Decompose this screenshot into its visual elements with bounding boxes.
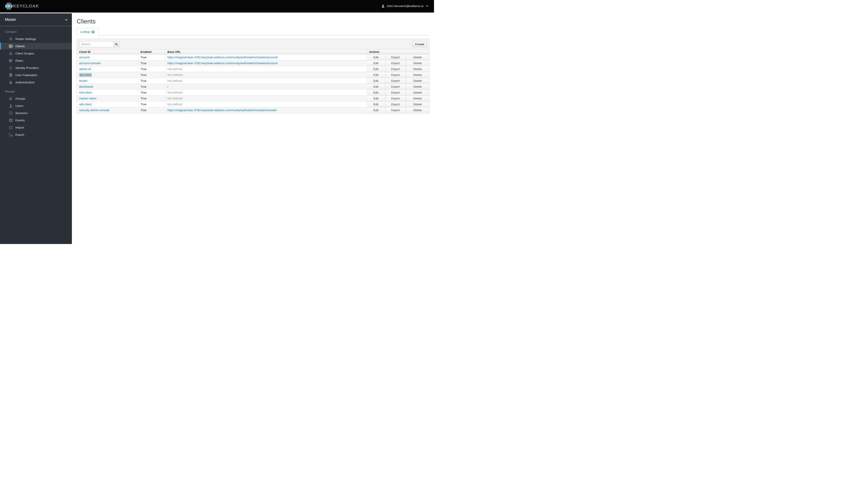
base-url-cell: https://magical-bear-3782.keycloak.walla… [165,60,367,66]
sidebar-item-label: Import [16,126,24,129]
sidebar-item-realm-settings[interactable]: Realm Settings [0,35,72,42]
enabled-cell: True [138,101,165,107]
create-button[interactable]: Create [412,41,427,47]
user-name: John.hansarick@wallaroo.ai [386,4,423,8]
export-action[interactable]: Export [385,72,406,78]
table-row: master-realmTrueNot definedEditExportDel… [77,96,429,101]
base-url-link[interactable]: https://magical-bear-3782.keycloak.walla… [167,108,277,112]
table-row: account-consoleTruehttps://magical-bear-… [77,60,429,66]
export-action[interactable]: Export [385,107,406,113]
sidebar-item-clients[interactable]: Clients [0,42,72,50]
client-id-link[interactable]: broker [79,79,88,83]
export-action[interactable]: Export [385,66,406,72]
export-action[interactable]: Export [385,60,406,66]
export-action[interactable]: Export [385,90,406,96]
client-id-link[interactable]: sdk-client [79,103,92,106]
edit-action[interactable]: Edit [367,60,385,66]
help-icon[interactable]: ? [92,30,95,33]
sidebar-item-label: Authentication [16,80,35,84]
export-action[interactable]: Export [385,78,406,84]
delete-action[interactable]: Delete [406,107,429,113]
nav-section-label-configure: Configure [0,26,72,35]
delete-action[interactable]: Delete [406,66,429,72]
client-id-link[interactable]: account [79,56,90,59]
client-id-link[interactable]: dashboard [79,85,93,88]
nav-group-manage: GroupsUsersSessionsEventsImportExport [0,95,72,138]
export-action[interactable]: Export [385,55,406,60]
edit-action[interactable]: Edit [367,66,385,72]
export-action[interactable]: Export [385,84,406,90]
client-id-cell: api-client [77,72,138,78]
client-id-cell: sdk-client [77,101,138,107]
client-id-link[interactable]: admin-cli [79,67,91,71]
client-id-link[interactable]: api-client [79,73,92,77]
sidebar-item-user-federation[interactable]: User Federation [0,71,72,78]
client-id-link[interactable]: security-admin-console [79,108,110,112]
export-action[interactable]: Export [385,96,406,101]
client-id-link[interactable]: hub-client [79,91,92,94]
sidebar-item-roles[interactable]: Roles [0,57,72,64]
table-row: admin-cliTrueNot definedEditExportDelete [77,66,429,72]
edit-action[interactable]: Edit [367,90,385,96]
lock-icon [9,80,13,84]
export-action[interactable]: Export [385,101,406,107]
base-url-value: Not defined [167,91,183,94]
base-url-cell: Not defined [165,90,367,96]
sidebar-item-label: Clients [16,44,25,48]
edit-action[interactable]: Edit [367,78,385,84]
sidebar-item-identity-providers[interactable]: Identity Providers [0,64,72,71]
column-header-actions: Actions [367,50,429,55]
sidebar-item-client-scopes[interactable]: Client Scopes [0,50,72,57]
sidebar: Master ConfigureRealm SettingsClientsCli… [0,13,72,244]
delete-action[interactable]: Delete [406,90,429,96]
sidebar-item-authentication[interactable]: Authentication [0,78,72,86]
edit-action[interactable]: Edit [367,101,385,107]
edit-action[interactable]: Edit [367,96,385,101]
calendar-icon [9,119,13,122]
sidebar-item-users[interactable]: Users [0,102,72,109]
exchange-arrows-icon [9,66,13,70]
delete-action[interactable]: Delete [406,78,429,84]
sidebar-item-import[interactable]: Import [0,124,72,131]
search-input[interactable] [79,41,114,47]
client-id-link[interactable]: master-realm [79,97,96,100]
nav-section-label-manage: Manage [0,86,72,95]
client-id-link[interactable]: account-console [79,61,101,65]
enabled-cell: True [138,55,165,60]
base-url-value: Not defined [167,67,183,71]
delete-action[interactable]: Delete [406,72,429,78]
sidebar-item-events[interactable]: Events [0,117,72,124]
delete-action[interactable]: Delete [406,96,429,101]
table-row: dashboardTrue/EditExportDelete [77,84,429,90]
search-button[interactable] [113,41,119,47]
delete-action[interactable]: Delete [406,84,429,90]
edit-action[interactable]: Edit [367,55,385,60]
sidebar-item-export[interactable]: Export [0,131,72,138]
edit-action[interactable]: Edit [367,72,385,78]
client-id-cell: admin-cli [77,66,138,72]
realm-selector[interactable]: Master [0,13,72,26]
enabled-cell: True [138,84,165,90]
edit-action[interactable]: Edit [367,107,385,113]
user-menu[interactable]: John.hansarick@wallaroo.ai [377,0,434,12]
delete-action[interactable]: Delete [406,55,429,60]
delete-action[interactable]: Delete [406,60,429,66]
base-url-link[interactable]: https://magical-bear-3782.keycloak.walla… [167,56,278,59]
enabled-value: True [141,79,147,83]
enabled-value: True [141,61,147,65]
tab-lookup[interactable]: Lookup ? [76,28,98,36]
chevron-down-icon [65,18,68,21]
base-url-link[interactable]: / [167,85,168,88]
top-navbar: KEYCLOAK John.hansarick@wallaroo.ai [0,0,434,13]
edit-action[interactable]: Edit [367,84,385,90]
delete-action[interactable]: Delete [406,101,429,107]
sidebar-item-sessions[interactable]: Sessions [0,109,72,117]
sidebar-item-groups[interactable]: Groups [0,95,72,102]
column-header-enabled: Enabled [138,50,165,55]
base-url-value: Not defined [167,97,183,100]
export-icon [9,133,13,137]
tab-lookup-label: Lookup [80,30,90,33]
users-icon [9,97,13,101]
database-icon [9,73,13,77]
base-url-link[interactable]: https://magical-bear-3782.keycloak.walla… [167,61,278,65]
